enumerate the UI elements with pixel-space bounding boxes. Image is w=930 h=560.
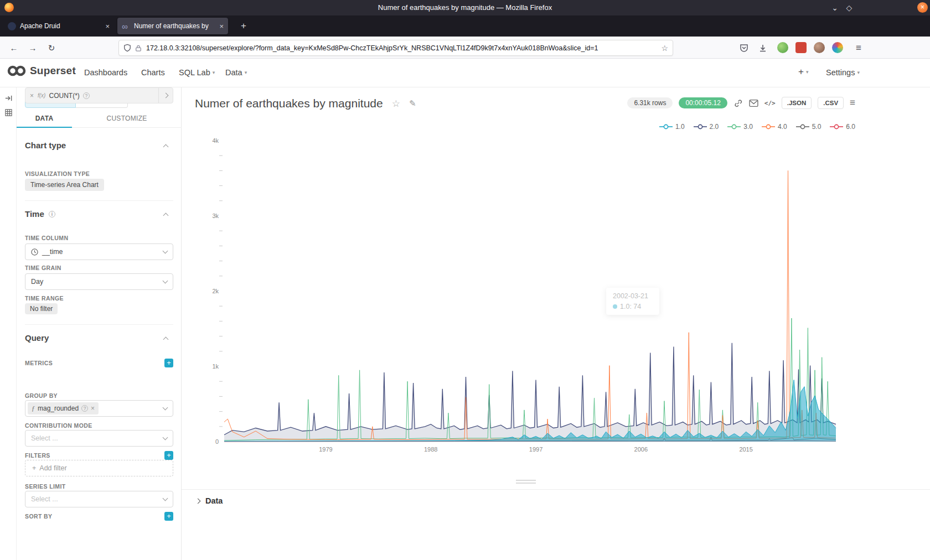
pocket-save-icon[interactable] [740,44,748,53]
timeseries-area-chart[interactable]: 01k2k3k4k19791988199720062015 [188,137,844,455]
tab-data[interactable]: DATA [17,111,72,128]
forward-button[interactable]: → [25,41,40,55]
legend-marker-icon [796,124,809,129]
legend-item-4.0[interactable]: 4.0 [762,123,787,131]
nav-dashboards[interactable]: Dashboards [84,68,127,77]
legend-item-1.0[interactable]: 1.0 [659,123,685,131]
extension-icon-2[interactable] [814,42,825,53]
browser-tabbar: Apache Druid × ∞ Numer of earthquakes by… [0,15,930,37]
extension-icon-3[interactable] [832,42,843,53]
legend-item-6.0[interactable]: 6.0 [830,123,855,131]
tooltip-date: 2002-03-21 [613,292,653,300]
time-grain-select[interactable]: Day [25,273,173,290]
clock-icon [31,248,38,256]
svg-text:4k: 4k [212,137,219,144]
sort-by-label: SORT BY [25,513,52,520]
legend-item-3.0[interactable]: 3.0 [727,123,753,131]
add-sort-by-button[interactable]: + [164,512,173,521]
new-tab-button[interactable]: + [237,19,250,33]
svg-text:3k: 3k [212,212,219,219]
tooltip-value: 1.0: 74 [620,303,641,310]
nav-charts[interactable]: Charts [141,68,165,77]
svg-text:1k: 1k [212,363,219,370]
share-link-icon[interactable] [733,98,743,108]
legend-marker-icon [830,124,843,129]
bookmark-star-icon[interactable]: ☆ [661,44,668,53]
series-limit-label: SERIES LIMIT [25,483,66,490]
extension-icon-1[interactable] [777,42,788,53]
collapse-chevron-icon[interactable] [163,144,169,150]
druid-favicon [8,22,16,30]
row-count-badge: 6.31k rows [627,97,673,108]
favorite-star-icon[interactable]: ☆ [392,98,400,110]
time-grain-label: TIME GRAIN [25,265,61,271]
chart-menu-icon[interactable]: ≡ [850,97,855,108]
legend-item-2.0[interactable]: 2.0 [694,123,719,131]
dataset-grid-icon[interactable] [4,108,13,117]
contribution-mode-select[interactable]: Select ... [25,430,173,447]
data-results-panel[interactable]: Data [182,489,930,505]
time-range-chip[interactable]: No filter [25,303,58,314]
series-limit-select[interactable]: Select ... [25,491,173,507]
info-icon: i [49,211,55,217]
svg-text:2006: 2006 [634,446,648,453]
legend-marker-icon [727,124,741,129]
collapse-chevron-icon[interactable] [163,213,169,219]
chart-legend: 1.02.03.04.05.06.0 [659,123,855,131]
browser-titlebar: Numer of earthquakes by magnitude — Mozi… [0,0,930,15]
reload-button[interactable]: ↻ [44,41,59,55]
chevron-down-icon [163,435,168,440]
chevron-down-icon [163,496,168,501]
url-text[interactable]: 172.18.0.3:32108/superset/explore/?form_… [146,44,661,52]
query-timer-badge: 00:00:05.12 [679,97,727,108]
remove-metric-icon[interactable]: × [30,92,34,100]
lock-icon[interactable] [135,44,142,52]
downloads-icon[interactable] [758,44,767,53]
viz-type-chip[interactable]: Time-series Area Chart [25,179,104,191]
browser-tab-druid[interactable]: Apache Druid × [3,18,114,34]
maximize-icon[interactable]: ◇ [843,2,856,13]
expand-panel-icon[interactable] [4,94,13,102]
add-filter-dropzone[interactable]: + Add filter [25,460,173,476]
resize-handle[interactable] [516,478,536,485]
collapse-chevron-icon[interactable] [163,337,169,343]
nav-data[interactable]: Data▾ [225,68,247,77]
url-bar[interactable]: 172.18.0.3:32108/superset/explore/?form_… [118,40,673,56]
embed-code-icon[interactable]: </> [764,100,776,107]
add-filter-plus-button[interactable]: + [164,451,173,460]
svg-text:1988: 1988 [424,446,437,453]
time-section-header: Time i [25,209,55,219]
export-json-button[interactable]: .JSON [782,97,812,109]
metric-chip[interactable]: × f(x) COUNT(*) ? [25,87,173,103]
nav-sqllab[interactable]: SQL Lab▾ [179,68,215,77]
tab-close-icon[interactable]: × [219,22,224,30]
metrics-label: METRICS [25,360,53,366]
settings-menu[interactable]: Settings▾ [826,68,860,77]
panel-tabs: DATA CUSTOMIZE [17,111,182,128]
export-csv-button[interactable]: .CSV [818,97,844,109]
group-by-select[interactable]: ƒ mag_rounded ? × [25,400,173,417]
browser-tab-superset[interactable]: ∞ Numer of earthquakes by × [117,18,228,34]
remove-chip-icon[interactable]: × [91,405,95,412]
metric-name: COUNT(*) [49,92,79,100]
group-by-chip[interactable]: ƒ mag_rounded ? × [28,402,99,414]
tab-list-chevron-icon[interactable]: ⌄ [828,2,841,13]
time-column-select[interactable]: __time [25,243,173,260]
menu-hamburger-icon[interactable]: ≡ [851,41,866,55]
tracking-shield-icon[interactable] [123,44,131,52]
superset-logo[interactable]: Superset [7,64,76,77]
filters-label: FILTERS [25,452,50,459]
ublock-extension-icon[interactable] [795,42,807,53]
window-close-icon[interactable]: × [917,2,928,13]
new-item-button[interactable]: +▾ [798,66,808,77]
tab-customize[interactable]: CUSTOMIZE [72,111,182,128]
legend-item-5.0[interactable]: 5.0 [796,123,822,131]
back-button[interactable]: ← [7,41,21,55]
edit-title-icon[interactable]: ✎ [409,98,416,108]
metric-expand[interactable] [158,88,173,103]
email-icon[interactable] [749,99,758,107]
superset-navbar: Superset Dashboards Charts SQL Lab▾ Data… [0,59,930,87]
tab-close-icon[interactable]: × [105,22,110,30]
fx-icon: f(x) [38,92,45,98]
add-metric-button[interactable]: + [164,359,173,367]
